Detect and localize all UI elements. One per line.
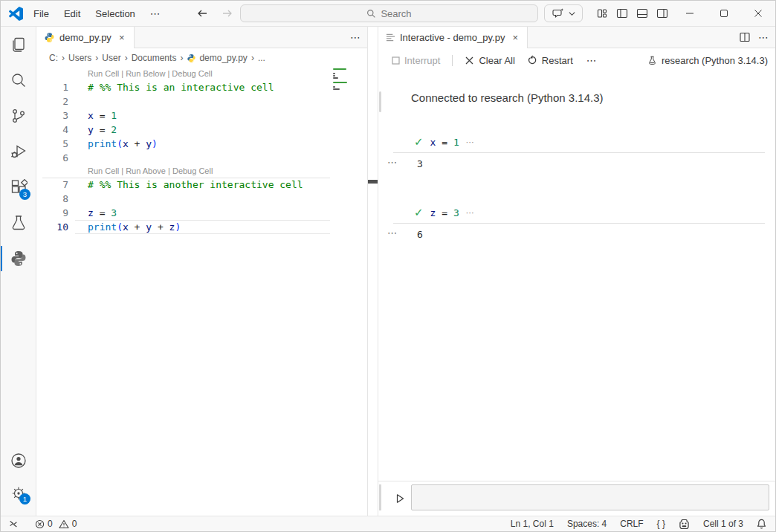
sidebar-item-extensions[interactable]: 3 bbox=[1, 169, 36, 205]
cell-expand-button[interactable]: ⋯ bbox=[466, 137, 475, 147]
customize-layout-icon[interactable] bbox=[596, 7, 608, 19]
line-number[interactable]: 5 bbox=[36, 137, 68, 151]
code-line[interactable]: 4y = 2 bbox=[36, 123, 367, 137]
menu-overflow-button[interactable]: ⋯ bbox=[143, 4, 169, 22]
code-line[interactable]: 6 bbox=[36, 151, 367, 165]
line-content[interactable] bbox=[68, 192, 88, 206]
line-content[interactable] bbox=[68, 151, 88, 165]
cell-code-row[interactable]: ✓x = 1⋯ bbox=[414, 134, 475, 149]
close-button[interactable] bbox=[741, 1, 775, 26]
code-line[interactable]: 9z = 3 bbox=[36, 206, 367, 220]
sidebar-item-python[interactable] bbox=[1, 241, 36, 276]
interactive-code-input[interactable] bbox=[411, 484, 769, 510]
line-number[interactable]: 4 bbox=[36, 123, 68, 137]
line-content[interactable]: # %% This is another interactive cell bbox=[68, 178, 303, 192]
language-mode[interactable]: { } bbox=[657, 519, 665, 529]
cell-code-row[interactable]: ✓z = 3⋯ bbox=[414, 205, 475, 220]
code-line[interactable]: 7# %% This is another interactive cell bbox=[36, 178, 367, 192]
line-content[interactable]: x = 1 bbox=[68, 108, 117, 123]
sash-drag-handle[interactable] bbox=[368, 180, 378, 184]
line-content[interactable]: # %% This is an interactive cell bbox=[68, 80, 274, 94]
warnings-indicator[interactable]: 0 bbox=[59, 519, 77, 529]
vscode-window: File Edit Selection ⋯ Search bbox=[0, 0, 776, 532]
indentation[interactable]: Spaces: 4 bbox=[567, 519, 607, 529]
clear-all-button[interactable]: Clear All bbox=[460, 53, 519, 68]
line-number[interactable]: 7 bbox=[36, 178, 68, 192]
toggle-panel-icon[interactable] bbox=[636, 7, 648, 19]
output-collapse-button[interactable]: ⋯ bbox=[387, 157, 398, 168]
line-number[interactable]: 6 bbox=[36, 151, 68, 165]
sidebar-item-explorer[interactable] bbox=[1, 27, 36, 62]
code-line[interactable]: 2 bbox=[36, 94, 367, 108]
toggle-secondary-sidebar-icon[interactable] bbox=[656, 7, 668, 19]
forward-button[interactable] bbox=[219, 5, 236, 22]
remote-indicator[interactable] bbox=[8, 519, 19, 529]
bell-icon bbox=[757, 519, 766, 529]
menu-bar: File Edit Selection ⋯ bbox=[26, 1, 169, 26]
line-number[interactable]: 10 bbox=[36, 220, 68, 234]
line-content[interactable]: z = 3 bbox=[68, 206, 117, 220]
tab-close-icon[interactable]: × bbox=[509, 32, 521, 44]
kernel-picker[interactable]: research (Python 3.14.3) bbox=[647, 55, 768, 66]
line-number[interactable]: 2 bbox=[36, 94, 68, 108]
copilot-button[interactable] bbox=[544, 4, 583, 22]
codelens-actions[interactable]: Run Cell | Run Above | Debug Cell bbox=[36, 165, 367, 178]
sidebar-item-source-control[interactable] bbox=[1, 98, 36, 134]
code-line[interactable]: 5print(x + y) bbox=[36, 137, 367, 151]
output-collapse-button[interactable]: ⋯ bbox=[387, 227, 398, 239]
line-number[interactable]: 1 bbox=[36, 80, 68, 94]
sidebar-item-run-debug[interactable] bbox=[1, 134, 36, 169]
breadcrumb-item[interactable]: demo_py.py bbox=[187, 53, 247, 63]
sidebar-item-testing[interactable] bbox=[1, 205, 36, 241]
code-editor[interactable]: Run Cell | Run Below | Debug Cell1# %% T… bbox=[36, 68, 367, 491]
accounts-button[interactable] bbox=[1, 444, 36, 477]
breadcrumb-item[interactable]: C: bbox=[49, 53, 58, 63]
cell-indicator[interactable]: Cell 1 of 3 bbox=[703, 519, 743, 529]
minimap-line bbox=[333, 88, 340, 90]
tab-close-icon[interactable]: × bbox=[116, 32, 128, 44]
settings-button[interactable]: 1 bbox=[1, 477, 36, 510]
line-content[interactable] bbox=[68, 94, 88, 108]
notifications-button[interactable] bbox=[757, 519, 766, 529]
codelens-actions[interactable]: Run Cell | Run Below | Debug Cell bbox=[36, 68, 367, 80]
tab-demo-py[interactable]: demo_py.py × bbox=[36, 27, 135, 48]
menu-selection[interactable]: Selection bbox=[88, 5, 142, 22]
tab-interactive[interactable]: Interactive - demo_py.py × bbox=[378, 27, 528, 48]
editor-actions-more[interactable]: ⋯ bbox=[350, 31, 361, 43]
panel-actions-more[interactable]: ⋯ bbox=[758, 31, 769, 43]
line-number[interactable]: 9 bbox=[36, 206, 68, 220]
line-content[interactable]: print(x + y) bbox=[68, 137, 158, 151]
sidebar-item-search[interactable] bbox=[1, 62, 36, 98]
code-line[interactable]: 3x = 1 bbox=[36, 108, 367, 123]
editor-split-sash[interactable] bbox=[367, 27, 378, 516]
copilot-status[interactable] bbox=[679, 519, 690, 529]
toolbar-more-button[interactable]: ⋯ bbox=[582, 52, 602, 68]
eol-sequence[interactable]: CRLF bbox=[620, 519, 643, 529]
toggle-primary-sidebar-icon[interactable] bbox=[616, 7, 628, 19]
minimap-line bbox=[333, 75, 335, 77]
code-line[interactable]: 8 bbox=[36, 192, 367, 206]
split-editor-icon[interactable] bbox=[739, 31, 751, 43]
breadcrumb-item[interactable]: User bbox=[102, 53, 120, 63]
code-line[interactable]: 1# %% This is an interactive cell bbox=[36, 80, 367, 94]
minimap[interactable] bbox=[333, 68, 348, 91]
line-number[interactable]: 3 bbox=[36, 108, 68, 123]
menu-file[interactable]: File bbox=[26, 5, 56, 22]
errors-indicator[interactable]: 0 bbox=[35, 519, 53, 529]
cursor-position[interactable]: Ln 1, Col 1 bbox=[511, 519, 554, 529]
line-content[interactable]: y = 2 bbox=[68, 123, 117, 137]
breadcrumb-item[interactable]: ... bbox=[258, 53, 265, 63]
line-number[interactable]: 8 bbox=[36, 192, 68, 206]
maximize-button[interactable] bbox=[707, 1, 741, 26]
command-center-search[interactable]: Search bbox=[240, 4, 538, 22]
token: y bbox=[88, 124, 94, 135]
cell-expand-button[interactable]: ⋯ bbox=[466, 208, 475, 218]
breadcrumb-item[interactable]: Users bbox=[68, 53, 91, 63]
run-input-button[interactable] bbox=[390, 489, 410, 508]
interrupt-button[interactable]: Interrupt bbox=[387, 53, 444, 68]
restart-button[interactable]: Restart bbox=[523, 53, 578, 68]
back-button[interactable] bbox=[194, 5, 210, 22]
breadcrumb-item[interactable]: Documents bbox=[132, 53, 177, 63]
menu-edit[interactable]: Edit bbox=[56, 5, 88, 22]
minimize-button[interactable] bbox=[673, 1, 707, 26]
